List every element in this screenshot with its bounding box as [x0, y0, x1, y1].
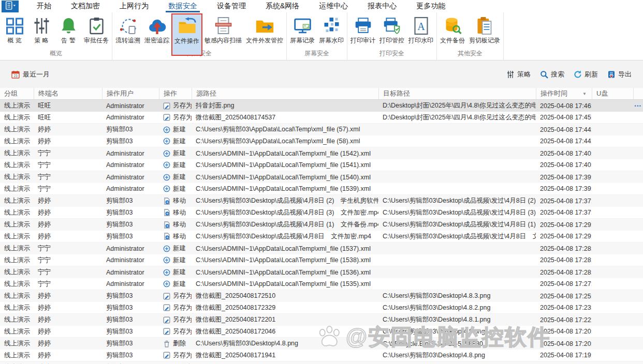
table-row[interactable]: 线上演示宁宁Administrator新建C:\Users\ADMINI~1\A… — [0, 278, 643, 290]
clipboard-record-icon — [475, 16, 494, 36]
table-row[interactable]: 线上演示旺旺Administrator另存为微信截图_2025040817453… — [0, 112, 643, 124]
ribbon-button-overview-grid[interactable]: 概 览 — [1, 14, 28, 46]
column-header-4[interactable]: 操作 — [159, 88, 192, 99]
column-header-6[interactable]: 目标路径 — [378, 88, 536, 99]
menu-tab-2[interactable]: 文档加密 — [61, 0, 110, 12]
table-row[interactable]: 线上演示婷婷剪辑部03移动C:\Users\剪辑部03\Desktop\成品视频… — [0, 231, 643, 242]
cell-target-path: C:\Users\剪辑部03\Desktop\成品视频\发过\4月8日 (1) … — [378, 219, 536, 231]
ribbon-button-print-control[interactable]: 打印管控 — [377, 14, 406, 46]
menu-tab-5[interactable]: 设备管理 — [207, 0, 256, 12]
ribbon-button-policy-sliders[interactable]: 策 略 — [28, 14, 55, 46]
table-row[interactable]: 线上演示婷婷剪辑部03移动C:\Users\剪辑部03\Desktop\成品视频… — [0, 219, 643, 231]
action-refresh[interactable]: 刷新 — [574, 70, 598, 79]
chevron-down-icon[interactable]: ▼ — [582, 92, 587, 96]
row-more-button — [633, 159, 643, 171]
table-row[interactable]: 线上演示宁宁Administrator新建C:\Users\ADMINI~1\A… — [0, 242, 643, 254]
column-header-2[interactable]: 终端名 — [34, 88, 102, 99]
cell-time: 2025-04-08 17:39:03 — [536, 183, 592, 194]
menu-tab-4[interactable]: 数据安全 — [158, 0, 207, 12]
table-row[interactable]: 线上演示宁宁Administrator新建C:\Users\ADMINI~1\A… — [0, 254, 643, 266]
cell-time: 2025-04-08 17:25:13 — [536, 290, 592, 302]
menu-tab-3[interactable]: 上网行为 — [110, 0, 158, 12]
ribbon-button-sensitive-scan[interactable]: 敏感内容扫描 — [202, 14, 244, 46]
ribbon-button-print-audit[interactable]: 打印审计 — [348, 14, 377, 46]
ribbon-button-file-outgoing[interactable]: 文件外发管控 — [244, 14, 285, 46]
menu-tab-8[interactable]: 报表中心 — [358, 0, 406, 12]
ribbon-button-screen-watermark[interactable]: 屏幕水印 — [317, 14, 346, 46]
ribbon-button-clipboard-record[interactable]: 剪切板记录 — [467, 14, 502, 46]
saveas-icon — [163, 102, 170, 110]
table-row[interactable]: 线上演示婷婷剪辑部03移动C:\Users\剪辑部03\Desktop\成品视频… — [0, 207, 643, 219]
action-search[interactable]: 搜索 — [540, 70, 564, 79]
ribbon-button-approval-clipboard[interactable]: 审批任务 — [82, 14, 111, 46]
table-row[interactable]: 线上演示婷婷剪辑部03新建C:\Users\剪辑部03\AppData\Loca… — [0, 135, 643, 147]
cell-target-path — [378, 171, 536, 183]
action-sliders[interactable]: 策略 — [506, 70, 531, 79]
column-header-8[interactable]: U盘 — [592, 88, 633, 99]
table-row[interactable]: 线上演示宁宁Administrator新建C:\Users\ADMINI~1\A… — [0, 183, 643, 195]
move-icon — [163, 221, 170, 229]
table-row[interactable]: 线上演示婷婷剪辑部03另存为微信截图_20250408172201C:\User… — [0, 314, 643, 326]
cell-terminal: 宁宁 — [34, 171, 102, 183]
table-row[interactable]: 线上演示婷婷剪辑部03移动C:\Users\剪辑部03\Desktop\成品视频… — [0, 195, 643, 207]
ribbon-button-file-operation[interactable]: 文件操作 — [171, 13, 202, 56]
ribbon-button-label: 文件操作 — [174, 37, 199, 46]
menu-tab-6[interactable]: 系统&网络 — [256, 0, 309, 12]
ribbon-button-label: 屏幕水印 — [319, 36, 344, 45]
menu-tab-7[interactable]: 运维中心 — [309, 0, 358, 12]
table-row[interactable]: 线上演示宁宁Administrator新建C:\Users\ADMINI~1\A… — [0, 266, 643, 278]
policy-sliders-icon — [32, 16, 51, 36]
cell-time: 2025-04-08 17:29:24 — [536, 219, 592, 231]
new-icon — [163, 269, 170, 276]
column-header-1[interactable]: 分组 — [0, 88, 34, 99]
table-row[interactable]: 线上演示婷婷剪辑部03另存为微信截图_20250408172046C:\User… — [0, 326, 643, 338]
cell-group: 线上演示 — [0, 326, 34, 337]
cell-time: 2025-04-08 17:37:39 — [536, 195, 592, 207]
ribbon-button-file-backup[interactable]: 文件备份 — [438, 14, 467, 46]
cell-time: 2025-04-08 17:28:59 — [536, 242, 592, 254]
table-row[interactable]: 线上演示宁宁Administrator新建C:\Users\ADMINI~1\A… — [0, 147, 643, 159]
cell-time: 2025-04-08 17:45:41 — [536, 112, 592, 123]
cell-time: 2025-04-08 17:46:32 — [536, 100, 592, 112]
cell-user: 剪辑部03 — [102, 290, 159, 302]
table-row[interactable]: 线上演示婷婷剪辑部03另存为微信截图_20250408171941C:\User… — [0, 350, 643, 361]
cell-source-path: 抖音封面.png — [192, 100, 378, 112]
date-range-filter[interactable]: 23 最近一月 — [11, 70, 50, 79]
app-menu-button[interactable] — [2, 1, 19, 12]
action-export[interactable]: 导出 — [607, 70, 632, 79]
column-header-3[interactable]: 操作用户 — [102, 88, 159, 99]
row-more-button — [633, 361, 643, 364]
column-header-7[interactable]: 操作时间▼ — [536, 88, 592, 99]
cell-time: 2025-04-08 17:28:59 — [536, 254, 592, 266]
table-row[interactable]: 线上演示婷婷剪辑部03新建C:\Users\剪辑部03\AppData\Loca… — [0, 124, 643, 135]
cell-time: 2025-04-08 17:20:49 — [536, 326, 592, 337]
cell-user: 剪辑部03 — [102, 326, 159, 337]
table-row[interactable]: 线上演示婷婷剪辑部03另存为微信截图_20250408172510C:\User… — [0, 290, 643, 302]
row-more-button — [633, 112, 643, 123]
table-row[interactable]: 线上演示婷婷剪辑部03删除C:\Users\剪辑部03\Desktop\4.8.… — [0, 338, 643, 350]
table-row[interactable]: 线上演示宁宁Administrator新建C:\Users\ADMINI~1\A… — [0, 159, 643, 171]
cell-usb — [592, 100, 633, 112]
menu-tab-9[interactable]: 更多功能 — [406, 0, 455, 12]
table-row[interactable]: 线上演示婷婷剪辑部03另存为微信截图_20250408172329C:\User… — [0, 302, 643, 314]
table-row[interactable]: 线上演示宁宁Administrator新建C:\Users\ADMINI~1\A… — [0, 171, 643, 183]
cell-source-path: C:\Users\剪辑部03\AppData\Local\Temp\xml_fi… — [192, 135, 378, 147]
ribbon-button-alarm-bell[interactable]: 告 警 — [55, 14, 82, 46]
column-header-9[interactable] — [633, 88, 643, 99]
ribbon-button-print-watermark[interactable]: A打印水印 — [406, 14, 435, 46]
cell-usb — [592, 112, 633, 123]
ribbon-button-leak-trace[interactable]: 泄密追踪 — [142, 14, 171, 46]
cell-target-path — [378, 124, 536, 135]
table-row[interactable]: 线上演示旺旺Administrator另存为抖音封面.pngD:\Desktop… — [0, 100, 643, 112]
table-row[interactable]: 线上演示婷婷剪辑部03另存为 — [0, 361, 643, 364]
row-more-button[interactable]: ••• — [633, 100, 643, 112]
ribbon-button-screen-record[interactable]: 屏幕记录 — [288, 14, 317, 46]
cell-user: Administrator — [102, 266, 159, 278]
cell-usb — [592, 207, 633, 218]
column-header-5[interactable]: 源路径 — [192, 88, 378, 99]
menu-tab-1[interactable]: 开始 — [27, 0, 61, 12]
saveas-icon — [163, 328, 170, 335]
cell-usb — [592, 159, 633, 171]
ribbon-button-flow-trace[interactable]: 流转追溯 — [113, 14, 142, 46]
ribbon-group-4: 打印审计打印管控A打印水印打印安全 — [347, 12, 437, 60]
